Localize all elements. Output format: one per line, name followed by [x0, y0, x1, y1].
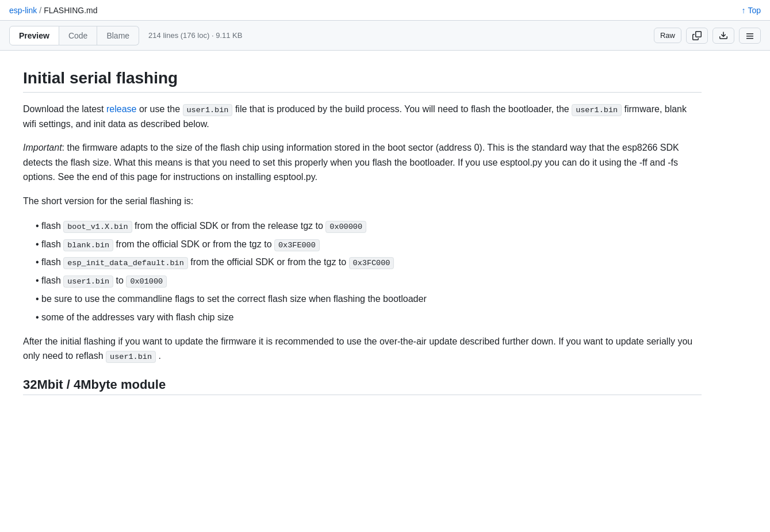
tab-preview[interactable]: Preview	[9, 26, 59, 45]
li1-code2: 0x00000	[325, 221, 366, 233]
top-link-label: Top	[748, 6, 761, 15]
li2-prefix: flash	[41, 239, 63, 249]
li1-mid: from the official SDK or from the releas…	[132, 221, 326, 231]
list-item-5: be sure to use the commandline flags to …	[41, 291, 702, 307]
breadcrumb-separator: /	[39, 6, 41, 15]
download-icon	[719, 31, 728, 40]
menu-button[interactable]	[739, 28, 761, 44]
paragraph-2: Important: the firmware adapts to the si…	[23, 140, 702, 185]
tab-group: Preview Code Blame	[9, 26, 139, 45]
heading-initial-serial-flashing: Initial serial flashing	[23, 69, 702, 93]
menu-icon	[745, 31, 754, 40]
paragraph-3: The short version for the serial flashin…	[23, 194, 702, 209]
list-item-2: flash blank.bin from the official SDK or…	[41, 236, 702, 252]
paragraph-1: Download the latest release or use the u…	[23, 102, 702, 131]
tab-blame[interactable]: Blame	[97, 26, 139, 45]
breadcrumb-file: FLASHING.md	[44, 6, 97, 15]
release-link[interactable]: release	[106, 104, 136, 114]
para4-after: .	[156, 351, 161, 361]
li4-prefix: flash	[41, 275, 63, 285]
list-item-1: flash boot_v1.X.bin from the official SD…	[41, 218, 702, 234]
breadcrumb-repo-link[interactable]: esp-link	[9, 6, 37, 15]
para1-text-before: Download the latest	[23, 104, 106, 114]
right-group: Raw	[654, 28, 761, 44]
para4-code: user1.bin	[106, 351, 156, 363]
li3-code1: esp_init_data_default.bin	[63, 257, 188, 269]
li2-code1: blank.bin	[63, 239, 113, 251]
breadcrumb: esp-link / FLASHING.md	[9, 6, 98, 15]
li4-code2: 0x01000	[126, 275, 167, 288]
li1-code1: boot_v1.X.bin	[63, 221, 132, 233]
list-item-4: flash user1.bin to 0x01000	[41, 273, 702, 289]
file-toolbar: Preview Code Blame 214 lines (176 loc) ·…	[0, 21, 770, 51]
copy-icon	[692, 31, 702, 40]
para1-text-after-link: or use the	[136, 104, 182, 114]
li2-code2: 0x3FE000	[274, 239, 320, 251]
li3-prefix: flash	[41, 257, 63, 267]
list-item-3: flash esp_init_data_default.bin from the…	[41, 254, 702, 270]
li2-mid: from the official SDK or from the tgz to	[113, 239, 274, 249]
heading-32mbit: 32Mbit / 4Mbyte module	[23, 377, 702, 395]
top-arrow-icon: ↑	[741, 6, 745, 15]
raw-button[interactable]: Raw	[654, 28, 681, 43]
left-group: Preview Code Blame 214 lines (176 loc) ·…	[9, 26, 242, 45]
download-button[interactable]	[712, 28, 734, 44]
li3-mid: from the official SDK or from the tgz to	[188, 257, 349, 267]
li4-mid: to	[113, 275, 126, 285]
list-item-6: some of the addresses vary with flash ch…	[41, 309, 702, 325]
para1-text-mid: file that is produced by the build proce…	[232, 104, 572, 114]
para2-em: Important	[23, 143, 62, 152]
top-link[interactable]: ↑ Top	[741, 6, 761, 15]
para2-text: : the firmware adapts to the size of the…	[23, 143, 679, 182]
li4-code1: user1.bin	[63, 275, 113, 288]
paragraph-4: After the initial flashing if you want t…	[23, 334, 702, 363]
li3-code2: 0x3FC000	[349, 257, 394, 269]
code-user1-bin-1: user1.bin	[183, 104, 233, 116]
content-area: Initial serial flashing Download the lat…	[0, 51, 725, 418]
copy-button[interactable]	[686, 28, 708, 44]
tab-code[interactable]: Code	[59, 26, 97, 45]
top-bar: esp-link / FLASHING.md ↑ Top	[0, 0, 770, 21]
file-meta: 214 lines (176 loc) · 9.11 KB	[148, 31, 242, 40]
flash-list: flash boot_v1.X.bin from the official SD…	[23, 218, 702, 325]
li1-prefix: flash	[41, 221, 63, 231]
code-user1-bin-2: user1.bin	[572, 104, 622, 116]
